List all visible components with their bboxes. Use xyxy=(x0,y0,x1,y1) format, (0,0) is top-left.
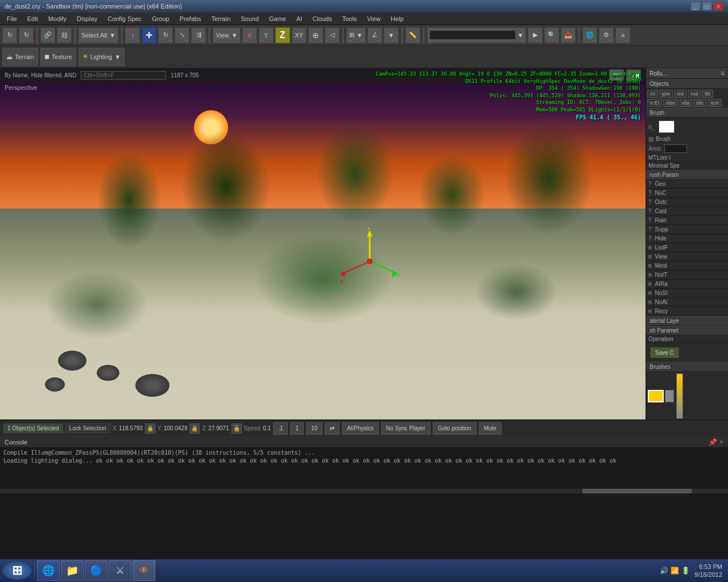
select-tool-button[interactable]: ↑ xyxy=(125,27,140,43)
panel-expand-icon[interactable]: ≡ xyxy=(721,69,725,77)
lighting-tool-button[interactable]: ☀ Lighting ▼ xyxy=(78,48,125,66)
goto-position-button[interactable]: Goto position xyxy=(433,422,477,435)
taskbar-app2-button[interactable]: 👁 xyxy=(133,560,155,581)
brush-gradient-slider[interactable] xyxy=(676,373,683,419)
extra-button[interactable]: ≡ xyxy=(615,27,630,43)
menu-terrain[interactable]: Terrain xyxy=(207,14,235,23)
grid-dropdown[interactable]: ⊞ ▼ xyxy=(346,27,366,43)
brush-swatch-gray[interactable] xyxy=(665,390,674,402)
taskbar-chrome-button[interactable]: 🔵 xyxy=(85,560,107,581)
tray-icon3: 🔋 xyxy=(681,567,690,575)
ruler-button[interactable]: 📏 xyxy=(406,27,420,43)
toolbar2: ⛰ Terrain ◼ Texture ☀ Lighting ▼ xyxy=(0,45,728,68)
console-scrollbar[interactable] xyxy=(0,489,728,493)
move-speed-icon[interactable]: ⇄ xyxy=(325,422,340,435)
param-nott: n NotT xyxy=(646,271,728,280)
menu-sound[interactable]: Sound xyxy=(236,14,263,23)
search-field[interactable] xyxy=(430,31,515,39)
polys-stat: Polys: 445,393 (445,529) Shadow:138,211 … xyxy=(376,92,641,99)
start-button[interactable]: ⊞ xyxy=(2,562,32,580)
move-tool-button[interactable]: ✛ xyxy=(142,27,156,43)
menu-game[interactable]: Game xyxy=(264,14,291,23)
streaming-stat: Streaming IO: ACT: 78msec, Jobs: 0 xyxy=(376,99,641,106)
minimize-button[interactable]: _ xyxy=(690,2,701,11)
rotate-tool-button[interactable]: ↻ xyxy=(158,27,173,43)
param-rain-label: Rain xyxy=(655,217,667,223)
find-button[interactable]: 🔍 xyxy=(544,27,559,43)
dot1-button[interactable]: .1 xyxy=(273,422,288,435)
viewport[interactable]: By Name, Hide filtered, AND 1187 x 705 📷… xyxy=(0,68,646,419)
z-lock-button[interactable]: 🔓 xyxy=(231,423,242,434)
transform-button[interactable]: ⇶ xyxy=(191,27,206,43)
view-angle-button[interactable]: ◁ xyxy=(325,27,340,43)
texture-tool-button[interactable]: ◼ Texture xyxy=(40,48,76,66)
export-button[interactable]: 📤 xyxy=(561,27,576,43)
obj-type-rus[interactable]: rus xyxy=(688,90,701,98)
settings-button[interactable]: ⚙ xyxy=(599,27,614,43)
menu-display[interactable]: Display xyxy=(72,14,102,23)
area-input[interactable] xyxy=(664,144,687,153)
undo-button[interactable]: ↺ xyxy=(2,27,17,43)
unlink-button[interactable]: ⛓ xyxy=(57,27,72,43)
param-nosi-label: NoSI xyxy=(655,290,668,296)
search-viewport-input[interactable] xyxy=(81,71,166,80)
menu-edit[interactable]: Edit xyxy=(23,14,43,23)
taskbar-app1-button[interactable]: ⚔ xyxy=(109,560,131,581)
z-axis-button[interactable]: Z xyxy=(275,27,290,43)
no-sync-player-button[interactable]: No Sync Player xyxy=(381,422,431,435)
ai-physics-button[interactable]: AI/Physics xyxy=(342,422,379,435)
menu-help[interactable]: Help xyxy=(386,14,408,23)
console-pin-button[interactable]: 📌 xyxy=(709,438,717,446)
obj-type-nel[interactable]: n El xyxy=(647,99,662,107)
obj-type-alsc[interactable]: Alsc xyxy=(663,99,679,107)
obj-type-xun[interactable]: xun xyxy=(708,99,722,107)
link-button[interactable]: 🔗 xyxy=(40,27,55,43)
snap-button[interactable]: ▼ xyxy=(384,27,399,43)
obj-type-ype[interactable]: ype xyxy=(659,90,673,98)
maximize-button[interactable]: □ xyxy=(702,2,712,11)
menu-file[interactable]: File xyxy=(2,14,22,23)
obj-type-ai[interactable]: AI xyxy=(647,90,658,98)
param-recy: n Recy xyxy=(646,307,728,316)
brush-color-swatch[interactable] xyxy=(659,120,675,133)
xy-button[interactable]: XY xyxy=(292,27,307,43)
menu-group[interactable]: Group xyxy=(147,14,174,23)
obj-type-tbt[interactable]: tbt xyxy=(702,90,713,98)
console-scrollbar-thumb[interactable] xyxy=(582,489,692,493)
obj-type-efa[interactable]: efa xyxy=(680,99,693,107)
lock-selection-button[interactable]: Lock Selection xyxy=(65,423,110,433)
save-c-button[interactable]: Save C xyxy=(650,347,679,358)
y-lock-button[interactable]: 🔒 xyxy=(189,423,200,434)
menu-ai[interactable]: AI xyxy=(292,14,307,23)
menu-configspec[interactable]: Config Spec xyxy=(103,14,146,23)
y-axis-button[interactable]: Y xyxy=(259,27,274,43)
obj-type-olic[interactable]: olic xyxy=(693,99,707,107)
search-main-dropdown[interactable]: ▼ xyxy=(427,27,527,43)
taskbar-ie-button[interactable]: 🌐 xyxy=(37,560,60,581)
brush-swatch-yellow[interactable] xyxy=(648,390,664,402)
move-mode-button[interactable]: ⊕ xyxy=(308,27,323,43)
menu-tools[interactable]: Tools xyxy=(338,14,362,23)
terrain-tool-button[interactable]: ⛰ Terrain xyxy=(2,48,38,66)
menu-view[interactable]: View xyxy=(362,14,385,23)
mute-button[interactable]: Mute xyxy=(479,422,502,435)
select-all-dropdown[interactable]: Select All ▼ xyxy=(78,27,118,43)
redo-button[interactable]: ↻ xyxy=(19,27,34,43)
x-axis-button[interactable]: X xyxy=(242,27,257,43)
menu-clouds[interactable]: Clouds xyxy=(308,14,336,23)
angle-snap-button[interactable]: ∠ xyxy=(367,27,382,43)
obj-type-vre[interactable]: vre xyxy=(674,90,687,98)
globe-button[interactable]: 🌐 xyxy=(582,27,597,43)
rock4 xyxy=(135,374,169,397)
taskbar-folder-button[interactable]: 📁 xyxy=(61,560,84,581)
close-button[interactable]: × xyxy=(713,2,723,11)
scale-tool-button[interactable]: ⤡ xyxy=(175,27,189,43)
menu-modify[interactable]: Modify xyxy=(44,14,71,23)
console-close-button[interactable]: × xyxy=(719,438,723,446)
menu-prefabs[interactable]: Prefabs xyxy=(175,14,206,23)
num1-button[interactable]: 1 xyxy=(290,422,304,435)
x-lock-button[interactable]: 🔒 xyxy=(145,423,155,434)
view-dropdown[interactable]: View ▼ xyxy=(213,27,241,43)
search-go-button[interactable]: ▶ xyxy=(528,27,543,43)
num10-button[interactable]: 10 xyxy=(306,422,322,435)
